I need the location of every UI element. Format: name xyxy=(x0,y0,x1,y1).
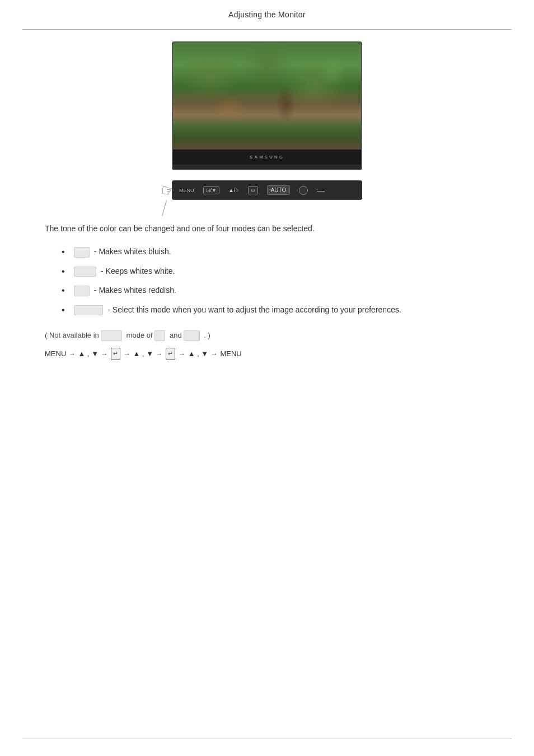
enter-key-2: ↵ xyxy=(166,348,175,360)
bullet-dot-4: • xyxy=(62,304,65,316)
hand-icon: ☞ xyxy=(159,180,176,201)
nav-menu-start: MENU xyxy=(45,349,68,358)
bullet-text-4: - Select this mode when you want to adju… xyxy=(107,305,401,314)
note-text-before: ( Not available in xyxy=(45,331,99,339)
mode-tag-3 xyxy=(74,286,90,296)
mode-tag-4 xyxy=(74,305,104,316)
menu-button-label: MENU xyxy=(179,188,194,193)
bullet-content-4: - Select this mode when you want to adju… xyxy=(74,304,489,316)
bullet-content-1: - Makes whites bluish. xyxy=(74,246,489,258)
nav-arrow-6: → xyxy=(211,348,218,361)
note-mode-tag-2 xyxy=(154,330,165,342)
note-mode-tag-1 xyxy=(101,330,122,342)
nav-arrow-5: → xyxy=(179,348,185,361)
ctrl-updown: ▲/○ xyxy=(228,187,239,193)
list-item: • - Makes whites bluish. xyxy=(45,246,489,258)
list-item: • - Makes whites reddish. xyxy=(45,284,489,297)
hand-cursor-area: ☞ xyxy=(161,181,175,217)
monitor-image: SAMSUNG xyxy=(172,41,362,170)
monitor-brand-bar: SAMSUNG xyxy=(173,150,361,165)
nav-up-3: ▲ , ▼ xyxy=(188,349,210,358)
nav-menu-end: MENU xyxy=(220,349,241,358)
nav-arrow-4: → xyxy=(156,348,163,361)
bullet-list: • - Makes whites bluish. • - Keeps white… xyxy=(45,246,489,316)
note-text-after: . ) xyxy=(204,331,210,339)
control-bar-wrapper: MENU ⊡/▼ ▲/○ ⊙ AUTO — ☞ xyxy=(45,180,489,200)
bullet-text-1: - Makes whites bluish. xyxy=(94,247,171,256)
monitor-brand-text: SAMSUNG xyxy=(250,155,284,160)
ctrl-auto: AUTO xyxy=(267,185,291,195)
mode-tag-1 xyxy=(74,247,90,258)
note-mode-tag-3 xyxy=(184,330,199,342)
description-text: The tone of the color can be changed and… xyxy=(45,222,489,235)
content-area: SAMSUNG MENU ⊡/▼ ▲/○ ⊙ AUTO — ☞ xyxy=(0,25,534,405)
ctrl-box-2: ⊙ xyxy=(248,186,258,194)
bullet-content-3: - Makes whites reddish. xyxy=(74,284,489,296)
monitor-screen xyxy=(173,43,361,154)
bullet-dot-2: • xyxy=(62,265,65,278)
nav-up-2: ▲ , ▼ xyxy=(133,349,156,358)
bullet-dot-3: • xyxy=(62,284,65,297)
list-item: • - Select this mode when you want to ad… xyxy=(45,304,489,316)
note-text-middle-2: and xyxy=(170,331,182,339)
nav-arrow-3: → xyxy=(124,348,130,361)
nav-up: ▲ , ▼ xyxy=(78,349,101,358)
bullet-dot-1: • xyxy=(62,246,65,258)
bottom-divider xyxy=(22,739,512,739)
enter-key-1: ↵ xyxy=(111,348,120,360)
nav-arrow-2: → xyxy=(101,348,108,361)
note-text-middle-1: mode of xyxy=(127,331,153,339)
monitor-image-wrapper: SAMSUNG xyxy=(45,41,489,170)
bullet-text-2: - Keeps whites white. xyxy=(101,267,175,276)
page-title: Adjusting the Monitor xyxy=(0,0,534,19)
list-item: • - Keeps whites white. xyxy=(45,265,489,278)
note-line: ( Not available in mode of and . ) xyxy=(45,330,489,342)
bullet-content-2: - Keeps whites white. xyxy=(74,265,489,277)
top-divider xyxy=(22,29,512,30)
nav-arrow-1: → xyxy=(69,348,76,361)
bullet-text-3: - Makes whites reddish. xyxy=(94,286,176,295)
ctrl-circle xyxy=(299,186,308,195)
mode-tag-2 xyxy=(74,267,97,277)
ctrl-box-1: ⊡/▼ xyxy=(203,186,219,194)
ctrl-dash: — xyxy=(317,186,325,195)
control-bar: MENU ⊡/▼ ▲/○ ⊙ AUTO — xyxy=(172,180,362,200)
navigation-line: MENU → ▲ , ▼ → ↵ → ▲ , ▼ → ↵ → ▲ , ▼ → M… xyxy=(45,347,489,360)
